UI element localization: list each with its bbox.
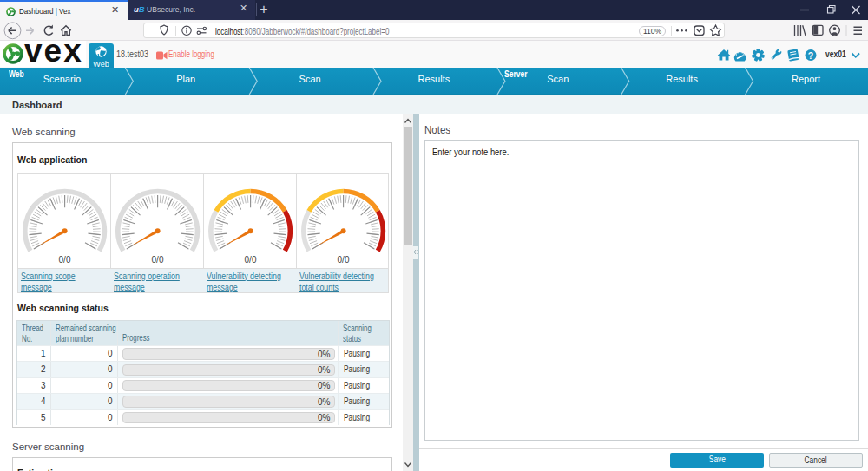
svg-text:?: ? (808, 50, 813, 61)
